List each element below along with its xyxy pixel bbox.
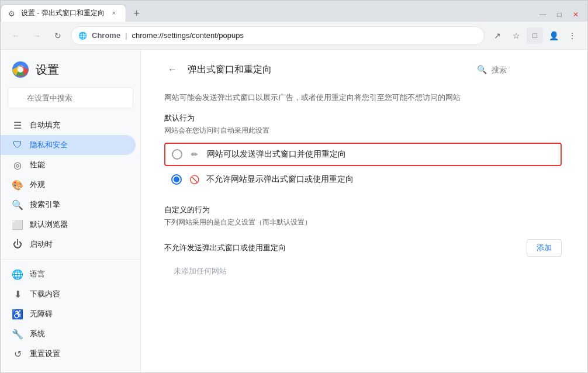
default-behavior-sublabel: 网站会在您访问时自动采用此设置: [164, 126, 562, 136]
sidebar: 设置 🔍 ☰ 自动填充 🛡 隐私和安全 ◎ 性能 🎨: [1, 50, 141, 372]
privacy-icon: 🛡: [12, 140, 23, 150]
empty-state-text: 未添加任何网站: [164, 261, 562, 281]
profile-button[interactable]: 👤: [545, 27, 562, 44]
blocked-sites-row: 不允许发送弹出式窗口或使用重定向 添加: [164, 234, 562, 261]
sidebar-label-autofill: 自动填充: [30, 120, 60, 130]
main-content: 设置 🔍 ☰ 自动填充 🛡 隐私和安全 ◎ 性能 🎨: [1, 50, 587, 372]
sidebar-item-accessibility[interactable]: ♿ 无障碍: [1, 304, 136, 324]
allow-radio-button[interactable]: [172, 149, 182, 160]
appearance-icon: 🎨: [12, 179, 23, 190]
sidebar-search-input[interactable]: [8, 87, 133, 108]
system-icon: 🔧: [12, 329, 23, 339]
default-behavior-label: 默认行为: [164, 113, 562, 123]
page-search-input[interactable]: [492, 65, 562, 74]
sidebar-label-accessibility: 无障碍: [30, 309, 53, 319]
close-icon[interactable]: ✕: [569, 8, 583, 22]
page-header: ← 弹出式窗口和重定向 🔍: [164, 61, 562, 82]
menu-button[interactable]: ⋮: [564, 27, 580, 44]
sidebar-item-default-browser[interactable]: ⬜ 默认浏览器: [1, 215, 136, 234]
page-search: 🔍: [477, 65, 562, 74]
sidebar-item-language[interactable]: 🌐 语言: [1, 264, 136, 284]
minimize-icon[interactable]: —: [536, 8, 550, 22]
browser-window: ⚙ 设置 - 弹出式窗口和重定向 × + — □ ✕ ← → ↻ 🌐 Chrom…: [0, 0, 588, 373]
sidebar-label-reset: 重置设置: [30, 348, 60, 359]
back-button[interactable]: ←: [8, 27, 24, 44]
block-option-label: 不允许网站显示弹出式窗口或使用重定向: [206, 174, 354, 185]
omnibox[interactable]: 🌐 Chrome | chrome://settings/content/pop…: [71, 26, 485, 45]
sidebar-label-downloads: 下载内容: [30, 289, 60, 299]
share-button[interactable]: ↗: [489, 27, 506, 44]
tab-close-button[interactable]: ×: [109, 9, 119, 18]
accessibility-icon: ♿: [12, 309, 23, 319]
allow-option-icon: ✏: [189, 150, 200, 159]
extensions-button[interactable]: □: [527, 27, 543, 44]
allow-option-label: 网站可以发送弹出式窗口并使用重定向: [207, 149, 346, 160]
add-blocked-site-button[interactable]: 添加: [527, 239, 562, 257]
address-bar: ← → ↻ 🌐 Chrome | chrome://settings/conte…: [1, 22, 587, 50]
block-option-icon: 🚫: [189, 175, 199, 184]
sidebar-header: 设置: [1, 54, 140, 87]
page-back-button[interactable]: ←: [164, 61, 181, 78]
performance-icon: ◎: [12, 160, 23, 170]
sidebar-item-appearance[interactable]: 🎨 外观: [1, 175, 136, 195]
chrome-label: Chrome: [92, 31, 120, 40]
settings-content: ← 弹出式窗口和重定向 🔍 网站可能会发送弹出式窗口以展示广告，或者使用重定向将…: [141, 50, 587, 372]
sidebar-label-appearance: 外观: [30, 179, 45, 190]
page-title: 弹出式窗口和重定向: [188, 64, 272, 76]
downloads-icon: ⬇: [12, 289, 23, 299]
allow-popups-option[interactable]: ✏ 网站可以发送弹出式窗口并使用重定向: [164, 143, 562, 166]
sidebar-item-performance[interactable]: ◎ 性能: [1, 155, 136, 175]
window-controls: — □ ✕: [536, 8, 587, 22]
address-actions: ↗ ☆ □ 👤 ⋮: [489, 27, 580, 44]
restore-icon[interactable]: □: [552, 8, 566, 22]
bookmark-button[interactable]: ☆: [508, 27, 524, 44]
chrome-logo-icon: [12, 61, 29, 78]
svg-point-3: [18, 67, 23, 72]
refresh-button[interactable]: ↻: [50, 27, 66, 44]
sidebar-label-startup: 启动时: [30, 239, 53, 250]
lock-icon: 🌐: [78, 32, 87, 40]
block-popups-option[interactable]: 🚫 不允许网站显示弹出式窗口或使用重定向: [164, 168, 562, 191]
startup-icon: ⏻: [12, 239, 23, 250]
tab-title: 设置 - 弹出式窗口和重定向: [21, 8, 105, 18]
sidebar-item-search[interactable]: 🔍 搜索引擎: [1, 195, 136, 215]
new-tab-button[interactable]: +: [129, 5, 145, 22]
tab-bar: ⚙ 设置 - 弹出式窗口和重定向 × + — □ ✕: [1, 1, 587, 22]
custom-behavior-section: 自定义的行为 下列网站采用的是自定义设置（而非默认设置） 不允许发送弹出式窗口或…: [164, 205, 562, 281]
sidebar-label-search: 搜索引擎: [30, 199, 60, 210]
sidebar-item-system[interactable]: 🔧 系统: [1, 324, 136, 344]
sidebar-label-system: 系统: [30, 329, 45, 339]
sidebar-item-startup[interactable]: ⏻ 启动时: [1, 234, 136, 254]
omnibox-url: chrome://settings/content/popups: [132, 31, 244, 40]
blocked-sites-label: 不允许发送弹出式窗口或使用重定向: [164, 243, 286, 253]
browser-icon: ⬜: [12, 219, 23, 230]
search-engine-icon: 🔍: [12, 199, 23, 210]
sidebar-item-reset[interactable]: ↺ 重置设置: [1, 344, 136, 364]
sidebar-title: 设置: [36, 62, 59, 78]
tab-favicon: ⚙: [8, 9, 16, 18]
page-header-left: ← 弹出式窗口和重定向: [164, 61, 272, 78]
language-icon: 🌐: [12, 269, 23, 279]
reset-icon: ↺: [12, 348, 23, 359]
sidebar-search[interactable]: 🔍: [8, 87, 133, 108]
sidebar-label-privacy: 隐私和安全: [30, 140, 68, 150]
sidebar-item-downloads[interactable]: ⬇ 下载内容: [1, 284, 136, 304]
sidebar-label-performance: 性能: [30, 160, 45, 170]
autofill-icon: ☰: [12, 120, 23, 130]
omnibox-separator: |: [125, 31, 127, 40]
sidebar-label-language: 语言: [30, 269, 45, 279]
page-description: 网站可能会发送弹出式窗口以展示广告，或者使用重定向将您引至您可能不想访问的网站: [164, 92, 562, 103]
settings-inner: ← 弹出式窗口和重定向 🔍 网站可能会发送弹出式窗口以展示广告，或者使用重定向将…: [141, 50, 585, 293]
sidebar-divider: [1, 259, 140, 260]
sidebar-item-autofill[interactable]: ☰ 自动填充: [1, 115, 136, 135]
sidebar-item-privacy[interactable]: 🛡 隐私和安全: [1, 135, 136, 155]
page-search-icon: 🔍: [477, 65, 487, 74]
sidebar-label-browser: 默认浏览器: [30, 219, 68, 230]
active-tab: ⚙ 设置 - 弹出式窗口和重定向 ×: [1, 4, 126, 22]
custom-behavior-title: 自定义的行为: [164, 205, 562, 215]
custom-behavior-desc: 下列网站采用的是自定义设置（而非默认设置）: [164, 217, 562, 227]
forward-button[interactable]: →: [29, 27, 45, 44]
block-radio-button[interactable]: [171, 174, 182, 185]
